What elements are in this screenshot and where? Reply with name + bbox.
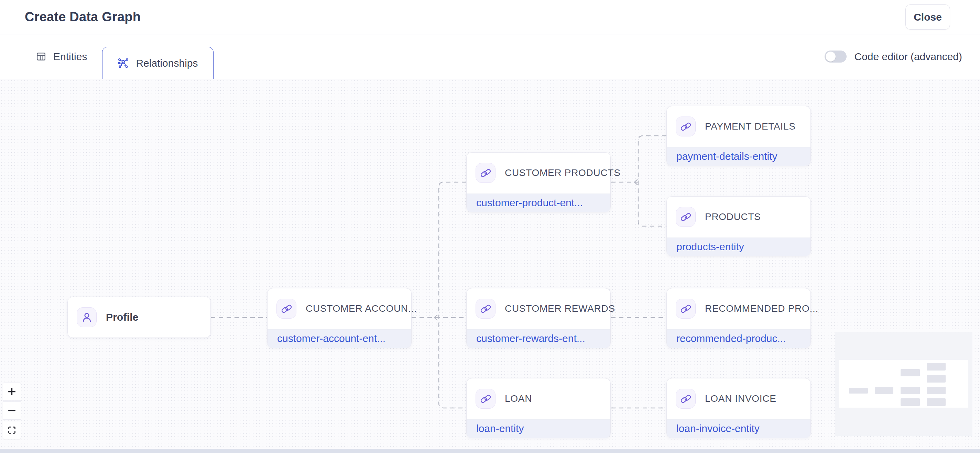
zoom-out-button[interactable]	[3, 401, 21, 420]
node-customer-products[interactable]: CUSTOMER PRODUCTScustomer-product-ent...	[466, 152, 611, 212]
node-footer: customer-account-ent...	[267, 329, 411, 348]
node-header: LOAN	[467, 378, 610, 419]
node-footer: recommended-produc...	[667, 329, 810, 348]
graph-canvas[interactable]: ProfileCUSTOMER ACCOUN...customer-accoun…	[0, 79, 980, 449]
header: Create Data Graph Close	[0, 0, 980, 34]
minimap[interactable]	[835, 332, 972, 436]
node-title: CUSTOMER REWARDS	[505, 303, 615, 314]
node-header: PAYMENT DETAILS	[667, 106, 810, 147]
entity-link[interactable]: loan-entity	[476, 423, 524, 434]
fit-view-icon	[7, 426, 16, 435]
node-header: CUSTOMER PRODUCTS	[467, 153, 610, 194]
tab-bar: Entities Relationships Code editor (adva…	[0, 34, 980, 79]
code-editor-label: Code editor (advanced)	[854, 51, 962, 62]
node-footer: customer-rewards-ent...	[467, 329, 610, 348]
entity-link[interactable]: customer-account-ent...	[277, 333, 385, 344]
node-loan-invoice[interactable]: LOAN INVOICEloan-invoice-entity	[667, 378, 811, 438]
minimap-node-loan-invoice	[927, 398, 946, 406]
node-title: Profile	[106, 312, 138, 323]
minimap-node-customer-rewards	[900, 387, 920, 394]
tab-entities[interactable]: Entities	[21, 34, 102, 79]
node-footer: loan-invoice-entity	[667, 419, 810, 438]
page-title: Create Data Graph	[25, 10, 141, 24]
tab-relationships[interactable]: Relationships	[102, 47, 213, 79]
close-button[interactable]: Close	[905, 5, 950, 30]
canvas-bottom-edge	[0, 449, 980, 453]
minimap-node-loan	[900, 398, 920, 406]
link-icon	[676, 116, 696, 137]
toggle-knob	[826, 52, 835, 62]
link-icon	[676, 389, 696, 408]
entity-link[interactable]: customer-product-ent...	[476, 197, 583, 209]
minimap-node-payment-details	[927, 363, 946, 370]
zoom-in-button[interactable]	[3, 383, 21, 401]
code-editor-toggle[interactable]	[824, 51, 846, 62]
link-icon	[676, 299, 696, 319]
node-loan[interactable]: LOANloan-entity	[466, 378, 611, 438]
link-icon	[476, 389, 495, 408]
link-icon	[277, 299, 296, 319]
node-products[interactable]: PRODUCTSproducts-entity	[667, 196, 811, 256]
minimap-node-customer-products	[900, 369, 920, 376]
node-title: CUSTOMER ACCOUN...	[306, 303, 417, 314]
entity-link[interactable]: customer-rewards-ent...	[476, 333, 585, 344]
node-customer-rewards[interactable]: CUSTOMER REWARDScustomer-rewards-ent...	[466, 288, 611, 348]
tab-label: Relationships	[136, 57, 198, 69]
node-title: PRODUCTS	[705, 211, 761, 223]
entity-link[interactable]: recommended-produc...	[676, 333, 786, 344]
node-header: Profile	[68, 297, 210, 337]
zoom-controls	[3, 383, 21, 439]
minimap-node-products	[927, 375, 946, 383]
node-footer: loan-entity	[467, 419, 610, 438]
node-title: PAYMENT DETAILS	[705, 121, 796, 132]
node-title: LOAN INVOICE	[705, 393, 776, 404]
fit-view-button[interactable]	[3, 421, 21, 439]
node-footer: products-entity	[667, 237, 810, 256]
node-title: LOAN	[505, 393, 532, 404]
node-header: RECOMMENDED PRO...	[667, 288, 810, 329]
node-recommended-products[interactable]: RECOMMENDED PRO...recommended-produc...	[667, 288, 811, 348]
node-header: CUSTOMER ACCOUN...	[267, 288, 411, 329]
node-header: PRODUCTS	[667, 197, 810, 237]
entity-link[interactable]: products-entity	[676, 241, 744, 253]
tab-label: Entities	[53, 51, 87, 62]
link-icon	[676, 207, 696, 227]
minimap-node-profile	[849, 388, 868, 394]
node-payment-details[interactable]: PAYMENT DETAILSpayment-details-entity	[667, 106, 811, 166]
node-title: RECOMMENDED PRO...	[705, 303, 818, 314]
minimap-node-recommended-products	[927, 387, 946, 394]
nodes-layer: ProfileCUSTOMER ACCOUN...customer-accoun…	[0, 79, 980, 449]
person-icon	[77, 307, 97, 327]
link-icon	[476, 163, 495, 183]
entity-link[interactable]: payment-details-entity	[676, 151, 777, 162]
entity-link[interactable]: loan-invoice-entity	[676, 423, 760, 434]
link-icon	[476, 299, 495, 319]
minimap-node-customer-account	[875, 387, 893, 394]
node-header: CUSTOMER REWARDS	[467, 288, 610, 329]
minus-icon	[6, 405, 17, 416]
table-icon	[36, 51, 46, 62]
node-title: CUSTOMER PRODUCTS	[505, 167, 620, 178]
node-header: LOAN INVOICE	[667, 378, 810, 419]
node-footer: payment-details-entity	[667, 147, 810, 166]
node-profile[interactable]: Profile	[67, 297, 211, 338]
network-icon	[118, 57, 129, 69]
plus-icon	[6, 386, 17, 397]
node-footer: customer-product-ent...	[467, 194, 610, 212]
create-data-graph-window: Create Data Graph Close Entities	[0, 0, 980, 453]
code-editor-control: Code editor (advanced)	[824, 34, 962, 79]
node-customer-account[interactable]: CUSTOMER ACCOUN...customer-account-ent..…	[267, 288, 412, 348]
